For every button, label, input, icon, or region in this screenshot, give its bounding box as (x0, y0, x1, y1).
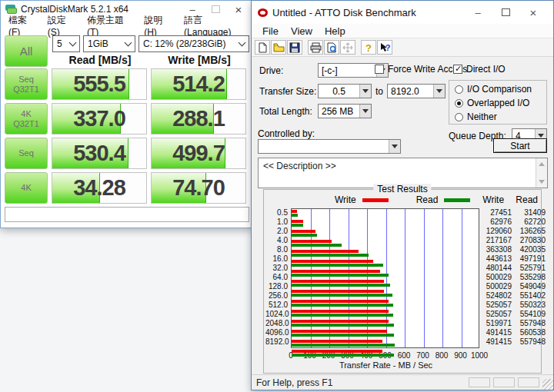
write-bar (292, 310, 389, 313)
help-icon[interactable]: ? (361, 40, 376, 55)
save-icon[interactable] (287, 40, 302, 55)
read-bar (292, 354, 394, 357)
comment-input[interactable] (5, 207, 249, 222)
read-value-cell: 270830 (516, 236, 546, 245)
description-scrollbar[interactable] (536, 158, 547, 188)
atto-window-title: Untitled - ATTO Disk Benchmark (272, 7, 464, 18)
neither-radio[interactable]: Neither (455, 111, 497, 122)
read-value: 530.4 (52, 138, 146, 168)
read-result-cell: 34.28 (52, 172, 147, 204)
read-value-cell: 136265 (516, 227, 546, 236)
write-bar (292, 220, 303, 223)
legend-write-swatch (362, 198, 389, 202)
benchmark-row-4k: 4K 34.28 74.70 (5, 172, 249, 204)
chevron-down-icon (239, 39, 246, 47)
to-label: to (375, 86, 383, 97)
read-bar (292, 244, 342, 247)
read-bar (292, 224, 303, 227)
y-tick-label: 8.0 (265, 245, 291, 254)
atto-titlebar[interactable]: Untitled - ATTO Disk Benchmark (252, 1, 553, 24)
menu-help[interactable]: Help (319, 25, 352, 38)
chart-area: 0.51.02.04.08.016.032.064.0128.0256.0512… (265, 208, 546, 348)
maximize-icon[interactable] (492, 1, 519, 24)
legend-read-label: Read (416, 194, 439, 205)
write-bar (292, 280, 384, 283)
context-help-icon[interactable]: ? (377, 40, 392, 55)
status-pane (469, 377, 490, 387)
chart-bar-row (292, 330, 479, 339)
values-read-col: 3140962720136265270830420035497191525791… (516, 208, 546, 348)
write-value-cell: 443613 (484, 254, 512, 264)
y-tick-label: 32.0 (265, 264, 291, 273)
read-value-cell: 550323 (516, 301, 546, 310)
read-value: 337.0 (52, 104, 146, 134)
transfer-size-from-select[interactable]: 0.5 (318, 84, 372, 98)
minimize-icon[interactable] (464, 1, 492, 24)
print-preview-icon[interactable] (324, 40, 339, 55)
open-folder-icon[interactable] (271, 40, 286, 55)
write-value-cell: 525057 (484, 301, 512, 310)
y-tick-label: 512.0 (265, 301, 291, 310)
write-value-cell: 500029 (484, 282, 512, 291)
read-bar (292, 284, 390, 287)
y-tick-label: 4096.0 (265, 328, 291, 337)
read-value-cell: 525791 (516, 264, 546, 273)
svg-text:?: ? (385, 43, 390, 52)
dropdown-arrow-icon (389, 140, 400, 153)
legend-read-swatch (444, 198, 470, 202)
all-button-label: All (20, 45, 33, 58)
menu-file[interactable]: File (256, 25, 285, 38)
write-bar (292, 330, 387, 333)
maximize-icon (204, 1, 227, 18)
read-value-cell: 31409 (516, 208, 546, 218)
write-value-cell: 217167 (484, 236, 512, 245)
test-button-seq[interactable]: Seq (5, 138, 48, 169)
write-value: 74.70 (152, 173, 245, 203)
read-value-cell: 549049 (516, 282, 546, 291)
transfer-size-to-select[interactable]: 8192.0 (387, 84, 446, 98)
chevron-down-icon (125, 39, 132, 47)
write-result-cell: 514.2 (151, 68, 246, 100)
chart-legend: Write Read Write Read (264, 194, 538, 205)
scroll-down-icon[interactable] (536, 177, 547, 188)
cdm-menubar: 檔案(F) 設定(S) 佈景主題(T) 說明(H) 語言(Language) (1, 18, 253, 33)
direct-io-checkbox[interactable]: Direct I/O (453, 64, 506, 75)
menu-view[interactable]: View (285, 25, 319, 38)
scroll-up-icon[interactable] (536, 158, 547, 169)
test-button-4k[interactable]: 4K (5, 172, 48, 204)
run-count-select[interactable]: 5 (52, 35, 80, 52)
drive-select[interactable]: C: 12% (28/238GiB) (138, 35, 249, 52)
atto-window: Untitled - ATTO Disk Benchmark File View… (251, 0, 554, 390)
start-button[interactable]: Start (493, 138, 547, 153)
new-file-icon[interactable] (255, 40, 270, 55)
benchmark-row-seq: Seq 530.4 499.7 (5, 138, 249, 169)
controlled-by-label: Controlled by: (258, 128, 315, 139)
read-bar (292, 234, 317, 237)
read-result-cell: 337.0 (52, 103, 147, 135)
print-icon[interactable] (308, 40, 323, 55)
move-icon (340, 40, 355, 55)
read-bar (292, 254, 369, 257)
close-icon[interactable] (519, 1, 547, 24)
test-button-seq-q32t1[interactable]: SeqQ32T1 (5, 68, 48, 100)
benchmark-row-4k-q32t1: 4KQ32T1 337.0 288.1 (5, 103, 249, 135)
write-bar (292, 250, 359, 253)
write-value-cell: 525057 (484, 310, 512, 319)
write-bar (292, 290, 384, 293)
write-result-cell: 499.7 (151, 138, 246, 169)
test-button-all[interactable]: All (5, 35, 48, 67)
atto-app-icon (258, 8, 268, 17)
y-tick-label: 1024.0 (265, 310, 291, 319)
read-value-cell: 560538 (516, 328, 546, 337)
test-size-select[interactable]: 1GiB (83, 35, 135, 52)
total-length-select[interactable]: 256 MB (318, 104, 372, 118)
write-value-cell: 491415 (484, 337, 512, 347)
controlled-by-select[interactable] (258, 139, 401, 154)
status-pane (518, 377, 539, 387)
chart-bar-row (292, 230, 479, 239)
test-button-4k-q32t1[interactable]: 4KQ32T1 (5, 103, 48, 135)
resize-grip[interactable] (542, 379, 553, 390)
read-value: 555.5 (52, 69, 146, 99)
overlapped-io-radio[interactable]: Overlapped I/O (455, 98, 529, 108)
io-comparison-radio[interactable]: I/O Comparison (455, 84, 532, 95)
